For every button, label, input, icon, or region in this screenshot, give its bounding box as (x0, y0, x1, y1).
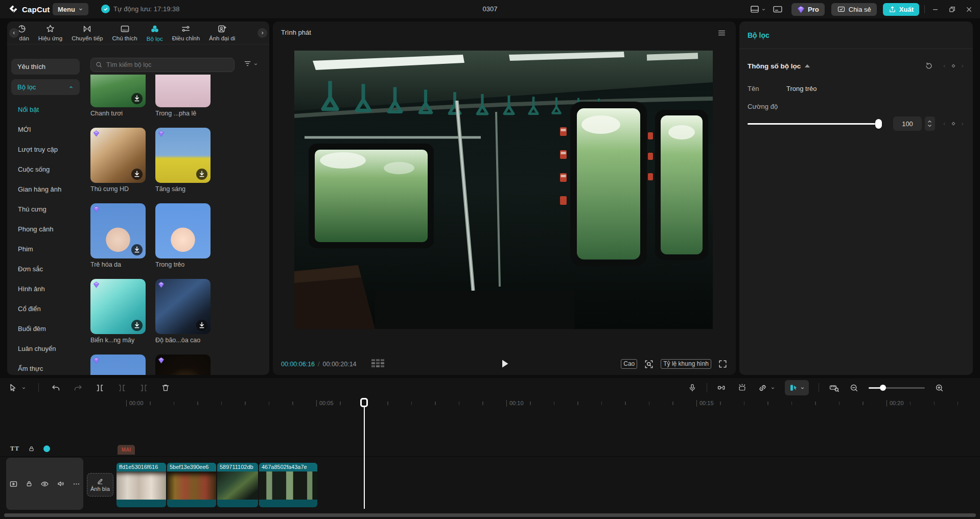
undo-icon[interactable] (51, 383, 61, 393)
filter-item[interactable]: Trong trẻo (155, 203, 211, 269)
focus-frame-icon[interactable] (644, 359, 654, 369)
keyframe-next-icon[interactable] (960, 122, 965, 126)
download-icon[interactable] (131, 244, 143, 255)
export-button[interactable]: Xuất (883, 3, 919, 16)
aspect-ratio-button[interactable]: Tỷ lệ khung hình (661, 359, 711, 369)
tab-filters[interactable]: Bộ lọc (142, 24, 168, 42)
quality-badge[interactable]: Cao (621, 359, 637, 369)
filter-item[interactable]: Trẻ hóa da (90, 203, 146, 269)
auto-cut-icon[interactable] (737, 383, 748, 393)
select-cursor-icon[interactable] (8, 383, 17, 392)
redo-icon[interactable] (73, 383, 83, 393)
category-item[interactable]: Phong cảnh (11, 219, 80, 239)
download-icon[interactable] (131, 93, 143, 104)
panel-toggle-icon[interactable] (772, 4, 783, 14)
tab-sticker[interactable]: n dán (19, 24, 34, 41)
playhead-handle[interactable] (360, 398, 368, 407)
keyframe-prev-icon[interactable] (942, 122, 947, 126)
keyframe-next-icon[interactable] (960, 64, 965, 68)
link-chevron-icon[interactable] (771, 386, 775, 390)
player-menu-icon[interactable] (717, 28, 727, 38)
tab-transitions[interactable]: Chuyển tiếp (67, 24, 107, 41)
filter-item[interactable]: Biển k...ng mây (90, 279, 146, 345)
keyframe-diamond-icon[interactable] (950, 63, 956, 69)
filter-item[interactable]: Trong ...pha lê (155, 75, 211, 118)
link-clips-icon[interactable] (757, 383, 768, 393)
delete-right-icon[interactable] (139, 383, 149, 393)
keyframe-diamond-icon[interactable] (950, 121, 956, 127)
fullscreen-icon[interactable] (718, 359, 728, 369)
tab-captions[interactable]: Chú thích (108, 24, 142, 41)
slider-handle[interactable] (875, 119, 882, 129)
stepper-down-icon[interactable] (927, 124, 932, 127)
split-icon[interactable] (95, 383, 105, 393)
category-item[interactable]: Gian hàng ảnh (11, 179, 80, 199)
play-button[interactable] (498, 358, 510, 370)
favorites-button[interactable]: Yêu thích (11, 59, 80, 75)
timeline-clip[interactable]: 5bef13e390ee6 (167, 463, 216, 507)
download-icon[interactable] (131, 169, 143, 180)
restore-button[interactable] (948, 6, 956, 13)
filter-thumbnail[interactable] (90, 279, 146, 334)
zoom-out-icon[interactable] (849, 383, 859, 393)
filter-item[interactable]: Thú cưng HD (90, 128, 146, 194)
filter-item[interactable]: Chanh tươi (90, 75, 146, 118)
category-item[interactable]: MỚI (11, 120, 80, 139)
filter-thumbnail[interactable] (155, 128, 211, 183)
filter-thumbnail[interactable] (90, 355, 146, 375)
filter-thumbnail[interactable] (155, 355, 211, 375)
text-clip[interactable]: MAI (118, 445, 135, 455)
download-icon[interactable] (131, 320, 143, 331)
close-button[interactable] (965, 6, 973, 13)
pro-button[interactable]: Pro (791, 3, 825, 16)
filter-thumbnail[interactable] (90, 203, 146, 258)
tabs-scroll-left-button[interactable] (9, 28, 19, 38)
tab-effects[interactable]: Hiệu ứng (34, 24, 67, 41)
timeline-zoom-slider[interactable] (869, 387, 925, 389)
category-item[interactable]: Buổi đêm (11, 319, 80, 339)
download-icon[interactable] (196, 320, 207, 331)
category-item[interactable]: Cổ điển (11, 299, 80, 319)
category-item[interactable]: Thú cưng (11, 199, 80, 219)
timeline-clip[interactable]: 467a8502fa43a7e (259, 463, 317, 507)
layout-panels-icon[interactable] (750, 4, 760, 14)
preview-axis-button[interactable] (785, 380, 809, 395)
layout-chevron-icon[interactable] (761, 7, 766, 12)
menu-button[interactable]: Menu (53, 3, 88, 15)
filter-thumbnail[interactable] (90, 128, 146, 183)
cursor-mode-chevron-icon[interactable] (21, 386, 26, 390)
tab-adjust[interactable]: Điều chỉnh (168, 24, 204, 41)
trash-icon[interactable] (161, 383, 170, 392)
filter-thumbnail[interactable] (155, 279, 211, 334)
timeline-scrollbar[interactable] (4, 513, 976, 517)
tabs-scroll-right-button[interactable] (258, 28, 267, 38)
filter-item[interactable] (90, 355, 146, 375)
timeline-ruler[interactable]: 00:0000:0500:1000:1500:20 (0, 398, 980, 409)
filter-thumbnail[interactable] (155, 75, 211, 107)
minimize-button[interactable] (931, 6, 939, 13)
filter-item[interactable]: Tăng sáng (155, 128, 211, 194)
filter-item[interactable] (155, 355, 211, 375)
record-voice-icon[interactable] (688, 383, 697, 392)
category-item[interactable]: Luân chuyển (11, 339, 80, 359)
timeline-clip[interactable]: 589711102db (217, 463, 258, 507)
keyframe-prev-icon[interactable] (942, 64, 947, 68)
collapse-icon[interactable] (805, 64, 810, 67)
category-item[interactable]: Lượt truy cập (11, 139, 80, 159)
zoom-in-icon[interactable] (935, 383, 944, 393)
search-input[interactable] (90, 58, 235, 72)
tab-avatar[interactable]: Ảnh đại di (204, 24, 240, 41)
filter-thumbnail[interactable] (155, 203, 211, 258)
zoom-slider-knob[interactable] (880, 385, 886, 391)
intensity-stepper[interactable] (925, 116, 935, 131)
share-button[interactable]: Chia sẻ (831, 3, 877, 16)
timeline-clip[interactable]: ffd1e53016f616 (116, 463, 166, 507)
download-icon[interactable] (196, 169, 207, 180)
category-item[interactable]: Nổi bật (11, 100, 80, 120)
delete-left-icon[interactable] (117, 383, 127, 393)
filters-group-button[interactable]: Bộ lọc (11, 79, 80, 95)
category-item[interactable]: Cuộc sống (11, 159, 80, 179)
category-item[interactable]: Hình ảnh (11, 279, 80, 299)
intensity-value[interactable]: 100 (893, 116, 922, 131)
category-item[interactable]: Đơn sắc (11, 259, 80, 279)
